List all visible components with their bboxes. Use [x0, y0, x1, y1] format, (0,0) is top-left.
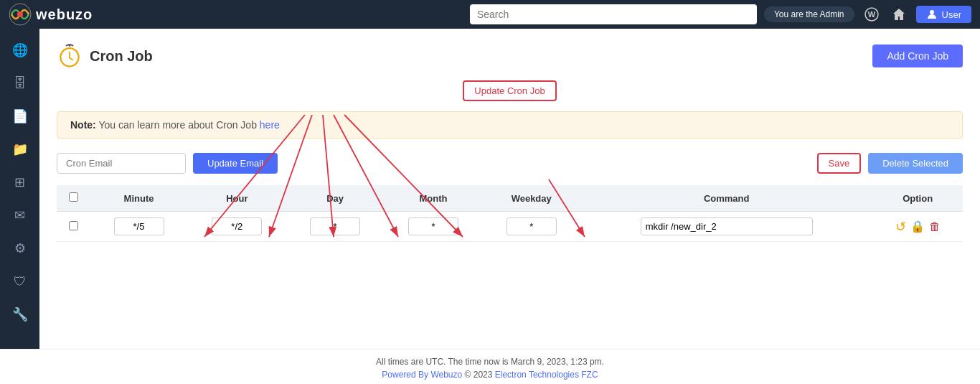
- delete-icon[interactable]: 🗑: [929, 220, 941, 233]
- col-option: Option: [872, 185, 963, 212]
- home-icon: [892, 7, 906, 22]
- hour-input-0[interactable]: [212, 217, 262, 235]
- note-text: You can learn more about Cron Job: [98, 119, 259, 131]
- footer-copyright: © 2023: [465, 370, 495, 380]
- footer-powered-by-link[interactable]: Powered By Webuzo: [382, 370, 462, 380]
- option-icons: ↺ 🔒 🗑: [878, 219, 957, 235]
- col-minute: Minute: [90, 185, 188, 212]
- sidebar-item-email[interactable]: ✉: [6, 201, 34, 230]
- user-button[interactable]: User: [916, 6, 971, 23]
- update-cron-section: Update Cron Job: [57, 80, 963, 101]
- sidebar-item-settings[interactable]: ⚙: [6, 234, 34, 263]
- col-hour: Hour: [188, 185, 286, 212]
- note-link[interactable]: here: [260, 119, 280, 131]
- sidebar-item-database[interactable]: 🗄: [6, 69, 34, 98]
- minute-input-0[interactable]: [114, 217, 164, 235]
- sidebar-item-folder[interactable]: 📁: [6, 135, 34, 164]
- user-label: User: [942, 9, 961, 20]
- note-box: Note: You can learn more about Cron Job …: [57, 111, 963, 139]
- refresh-icon[interactable]: ↺: [895, 219, 906, 235]
- main-content: Cron Job Add Cron Job Update Cron Job No…: [39, 29, 980, 349]
- sidebar: 🌐 🗄 📄 📁 ⊞ ✉ ⚙ 🛡 🔧: [0, 29, 39, 349]
- sidebar-item-shield[interactable]: 🛡: [6, 267, 34, 296]
- svg-point-4: [930, 10, 934, 14]
- col-month: Month: [385, 185, 483, 212]
- sidebar-item-grid[interactable]: ⊞: [6, 168, 34, 197]
- home-icon-button[interactable]: [889, 6, 909, 23]
- page-header: Cron Job Add Cron Job: [57, 43, 963, 69]
- footer-utc: All times are UTC. The time now is March…: [0, 357, 980, 367]
- search-input[interactable]: [470, 4, 757, 24]
- select-all-checkbox[interactable]: [69, 192, 78, 202]
- weekday-input-0[interactable]: [507, 217, 557, 235]
- svg-point-6: [69, 45, 71, 47]
- sidebar-item-file[interactable]: 📄: [6, 102, 34, 131]
- user-icon: [926, 9, 938, 20]
- logo-area: webuzo: [9, 3, 93, 26]
- row-checkbox-0[interactable]: [69, 221, 78, 230]
- clock-icon: [57, 43, 83, 69]
- table-header-row: Minute Hour Day Month Weekday Command Op…: [57, 185, 963, 212]
- update-email-button[interactable]: Update Email: [193, 153, 278, 174]
- svg-point-1: [17, 11, 23, 17]
- add-cron-job-button[interactable]: Add Cron Job: [872, 45, 963, 67]
- cron-table-body: ↺ 🔒 🗑: [57, 212, 963, 242]
- admin-badge: You are the Admin: [764, 6, 854, 22]
- col-day: Day: [286, 185, 385, 212]
- lock-icon[interactable]: 🔒: [910, 220, 925, 233]
- day-input-0[interactable]: [310, 217, 360, 235]
- update-cron-job-button[interactable]: Update Cron Job: [463, 80, 556, 101]
- note-label: Note:: [70, 119, 96, 131]
- top-navigation: webuzo You are the Admin W User: [0, 0, 980, 29]
- command-input-0[interactable]: [641, 217, 813, 235]
- delete-selected-button[interactable]: Delete Selected: [868, 153, 963, 174]
- col-checkbox: [57, 185, 90, 212]
- table-row: ↺ 🔒 🗑: [57, 212, 963, 242]
- wordpress-icon: W: [864, 7, 879, 22]
- page-title: Cron Job: [90, 48, 153, 65]
- logo-text: webuzo: [36, 6, 93, 23]
- sidebar-item-globe[interactable]: 🌐: [6, 36, 34, 65]
- webuzo-logo-icon: [9, 3, 32, 26]
- col-weekday: Weekday: [482, 185, 580, 212]
- cron-email-input[interactable]: [57, 153, 186, 174]
- sidebar-item-wrench[interactable]: 🔧: [6, 300, 34, 329]
- svg-text:W: W: [867, 10, 875, 19]
- page-title-area: Cron Job: [57, 43, 153, 69]
- wordpress-icon-button[interactable]: W: [862, 6, 882, 23]
- footer: All times are UTC. The time now is March…: [0, 349, 980, 384]
- footer-company-link[interactable]: Electron Technologies FZC: [495, 370, 598, 380]
- month-input-0[interactable]: [408, 217, 458, 235]
- main-layout: 🌐 🗄 📄 📁 ⊞ ✉ ⚙ 🛡 🔧 Cron Job Add Cron Job: [0, 29, 980, 349]
- col-command: Command: [580, 185, 872, 212]
- save-button[interactable]: Save: [817, 153, 862, 174]
- email-row: Update Email Save Delete Selected: [57, 153, 963, 174]
- cron-table: Minute Hour Day Month Weekday Command Op…: [57, 185, 963, 242]
